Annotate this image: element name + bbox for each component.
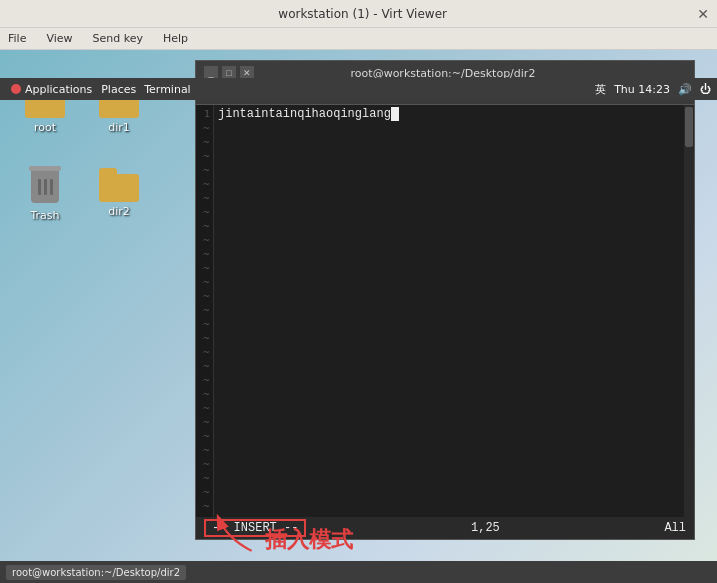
line-num-10: ~: [196, 233, 213, 247]
line-num-22: ~: [196, 401, 213, 415]
scrollbar[interactable]: [684, 105, 694, 517]
status-position: 1,25: [471, 521, 500, 535]
terminal-content: 1 ~ ~ ~ ~ ~ ~ ~ ~ ~ ~ ~ ~ ~ ~ ~ ~ ~ ~ ~: [196, 105, 694, 517]
text-cursor: [391, 107, 399, 121]
icon-label-root: root: [34, 121, 56, 134]
virt-menu-file[interactable]: File: [4, 30, 30, 47]
folder-icon-dir2: [99, 168, 139, 202]
virt-menu-sendkey[interactable]: Send key: [89, 30, 147, 47]
terminal-button[interactable]: Terminal: [140, 81, 195, 98]
line-num-9: ~: [196, 219, 213, 233]
line-num-25: ~: [196, 443, 213, 457]
close-button[interactable]: ✕: [697, 6, 709, 22]
taskbar-item-terminal[interactable]: root@workstation:~/Desktop/dir2: [6, 565, 186, 580]
virt-menu-bar: File View Send key Help: [0, 28, 717, 50]
status-bar: -- INSERT -- 1,25 All: [196, 517, 694, 539]
line-numbers: 1 ~ ~ ~ ~ ~ ~ ~ ~ ~ ~ ~ ~ ~ ~ ~ ~ ~ ~ ~: [196, 105, 214, 517]
terminal-window: _ □ ✕ root@workstation:~/Desktop/dir2 Fi…: [195, 60, 695, 540]
trash-icon: [27, 168, 63, 206]
line-num-28: ~: [196, 485, 213, 499]
line-num-29: ~: [196, 499, 213, 513]
line-num-24: ~: [196, 429, 213, 443]
editor-area[interactable]: jintaintainqihaoqinglang: [214, 105, 684, 517]
line-num-4: ~: [196, 149, 213, 163]
line-num-27: ~: [196, 471, 213, 485]
line-num-8: ~: [196, 205, 213, 219]
line-num-7: ~: [196, 191, 213, 205]
scrollbar-thumb[interactable]: [685, 107, 693, 147]
applications-label: Applications: [25, 83, 92, 96]
panel-lang: 英: [595, 82, 606, 97]
line-num-15: ~: [196, 303, 213, 317]
line-num-3: ~: [196, 135, 213, 149]
icon-label-trash: Trash: [30, 209, 59, 222]
panel-time: Thu 14:23: [614, 83, 670, 96]
virt-menu-view[interactable]: View: [42, 30, 76, 47]
places-button[interactable]: Places: [97, 81, 140, 98]
title-bar: workstation (1) - Virt Viewer ✕: [0, 0, 717, 28]
applications-button[interactable]: Applications: [6, 81, 97, 98]
icon-label-dir1: dir1: [108, 121, 130, 134]
line-num-6: ~: [196, 177, 213, 191]
desktop-icon-trash[interactable]: Trash: [10, 164, 80, 244]
insert-mode-badge: -- INSERT --: [204, 519, 306, 537]
editor-text: jintaintainqihaoqinglang: [218, 107, 680, 121]
line-num-16: ~: [196, 317, 213, 331]
line-num-19: ~: [196, 359, 213, 373]
bottom-taskbar: root@workstation:~/Desktop/dir2: [0, 561, 717, 583]
panel-right: 英 Thu 14:23 🔊 ⏻: [595, 82, 711, 97]
panel-dot: [11, 84, 21, 94]
line-num-14: ~: [196, 289, 213, 303]
line-num-23: ~: [196, 415, 213, 429]
line-num-18: ~: [196, 345, 213, 359]
desktop-icon-dir2[interactable]: dir2: [84, 164, 154, 244]
virt-menu-help[interactable]: Help: [159, 30, 192, 47]
line-num-17: ~: [196, 331, 213, 345]
line-num-1: 1: [196, 107, 213, 121]
desktop-icons: root dir1 Trash: [10, 80, 154, 244]
line-num-5: ~: [196, 163, 213, 177]
power-icon[interactable]: ⏻: [700, 83, 711, 96]
icon-label-dir2: dir2: [108, 205, 130, 218]
line-num-13: ~: [196, 275, 213, 289]
line-num-11: ~: [196, 247, 213, 261]
status-all: All: [664, 521, 686, 535]
line-num-26: ~: [196, 457, 213, 471]
line-num-2: ~: [196, 121, 213, 135]
volume-icon[interactable]: 🔊: [678, 83, 692, 96]
window-title: workstation (1) - Virt Viewer: [28, 7, 697, 21]
line-num-21: ~: [196, 387, 213, 401]
desktop: Applications Places Terminal 英 Thu 14:23…: [0, 50, 717, 583]
line-num-20: ~: [196, 373, 213, 387]
top-panel: Applications Places Terminal 英 Thu 14:23…: [0, 78, 717, 100]
line-num-12: ~: [196, 261, 213, 275]
